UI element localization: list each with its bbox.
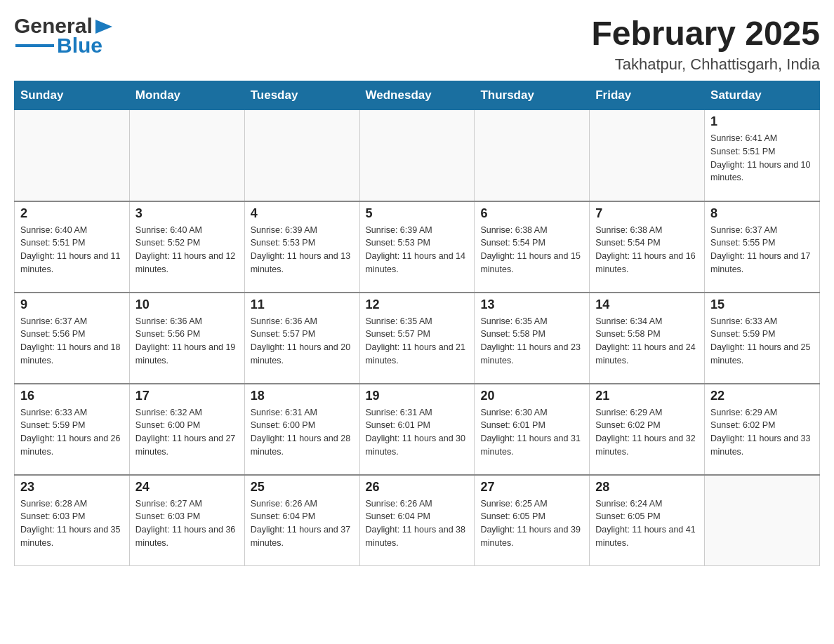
table-row: 21Sunrise: 6:29 AMSunset: 6:02 PMDayligh… [590,384,705,475]
table-row: 18Sunrise: 6:31 AMSunset: 6:00 PMDayligh… [244,384,359,475]
day-number: 10 [135,297,239,312]
table-row: 6Sunrise: 6:38 AMSunset: 5:54 PMDaylight… [475,201,590,293]
day-info: Sunrise: 6:34 AMSunset: 5:58 PMDaylight:… [595,315,699,368]
table-row: 27Sunrise: 6:25 AMSunset: 6:05 PMDayligh… [475,475,590,566]
day-info: Sunrise: 6:40 AMSunset: 5:52 PMDaylight:… [135,224,239,276]
day-number: 12 [366,297,469,312]
day-number: 25 [251,480,354,495]
table-row: 1Sunrise: 6:41 AMSunset: 5:51 PMDaylight… [705,110,820,201]
table-row: 28Sunrise: 6:24 AMSunset: 6:05 PMDayligh… [590,475,705,566]
day-number: 11 [251,297,354,312]
table-row: 14Sunrise: 6:34 AMSunset: 5:58 PMDayligh… [590,293,705,384]
table-row: 26Sunrise: 6:26 AMSunset: 6:04 PMDayligh… [359,475,475,566]
calendar-week-row: 9Sunrise: 6:37 AMSunset: 5:56 PMDaylight… [15,293,820,384]
header-sunday: Sunday [15,81,130,110]
day-info: Sunrise: 6:37 AMSunset: 5:55 PMDaylight:… [710,224,814,276]
table-row: 4Sunrise: 6:39 AMSunset: 5:53 PMDaylight… [244,201,359,293]
page-header: General Blue February 2025 Takhatpur, Ch… [14,14,820,74]
day-info: Sunrise: 6:40 AMSunset: 5:51 PMDaylight:… [20,224,124,276]
day-info: Sunrise: 6:27 AMSunset: 6:03 PMDaylight:… [135,497,239,550]
day-number: 13 [480,297,583,312]
day-info: Sunrise: 6:29 AMSunset: 6:02 PMDaylight:… [595,406,699,459]
header-wednesday: Wednesday [359,81,475,110]
day-number: 7 [595,206,699,221]
table-row: 7Sunrise: 6:38 AMSunset: 5:54 PMDaylight… [590,201,705,293]
day-info: Sunrise: 6:31 AMSunset: 6:00 PMDaylight:… [251,406,354,459]
logo: General Blue [14,14,114,58]
day-number: 28 [595,480,699,495]
day-number: 27 [480,480,583,495]
day-info: Sunrise: 6:37 AMSunset: 5:56 PMDaylight:… [20,315,124,368]
header-friday: Friday [590,81,705,110]
calendar-week-row: 2Sunrise: 6:40 AMSunset: 5:51 PMDaylight… [15,201,820,293]
day-info: Sunrise: 6:31 AMSunset: 6:01 PMDaylight:… [366,406,469,459]
table-row [359,110,475,201]
day-info: Sunrise: 6:39 AMSunset: 5:53 PMDaylight:… [251,224,354,276]
table-row: 20Sunrise: 6:30 AMSunset: 6:01 PMDayligh… [475,384,590,475]
svg-marker-0 [95,20,112,34]
day-info: Sunrise: 6:38 AMSunset: 5:54 PMDaylight:… [595,224,699,276]
day-number: 22 [710,389,814,403]
day-info: Sunrise: 6:36 AMSunset: 5:57 PMDaylight:… [251,315,354,368]
day-number: 20 [480,389,583,403]
calendar-week-row: 1Sunrise: 6:41 AMSunset: 5:51 PMDaylight… [15,110,820,201]
table-row: 17Sunrise: 6:32 AMSunset: 6:00 PMDayligh… [129,384,244,475]
day-number: 4 [251,206,354,221]
day-number: 21 [595,389,699,403]
day-number: 3 [135,206,239,221]
table-row: 11Sunrise: 6:36 AMSunset: 5:57 PMDayligh… [244,293,359,384]
table-row: 8Sunrise: 6:37 AMSunset: 5:55 PMDaylight… [705,201,820,293]
title-area: February 2025 Takhatpur, Chhattisgarh, I… [591,14,820,74]
table-row: 23Sunrise: 6:28 AMSunset: 6:03 PMDayligh… [15,475,130,566]
header-thursday: Thursday [475,81,590,110]
table-row: 19Sunrise: 6:31 AMSunset: 6:01 PMDayligh… [359,384,475,475]
header-monday: Monday [129,81,244,110]
table-row: 22Sunrise: 6:29 AMSunset: 6:02 PMDayligh… [705,384,820,475]
day-number: 9 [20,297,124,312]
day-info: Sunrise: 6:38 AMSunset: 5:54 PMDaylight:… [480,224,583,276]
day-number: 14 [595,297,699,312]
day-number: 6 [480,206,583,221]
table-row: 16Sunrise: 6:33 AMSunset: 5:59 PMDayligh… [15,384,130,475]
calendar-table: Sunday Monday Tuesday Wednesday Thursday… [14,81,820,566]
day-info: Sunrise: 6:39 AMSunset: 5:53 PMDaylight:… [366,224,469,276]
day-number: 19 [366,389,469,403]
day-info: Sunrise: 6:25 AMSunset: 6:05 PMDaylight:… [480,497,583,550]
day-info: Sunrise: 6:29 AMSunset: 6:02 PMDaylight:… [710,406,814,459]
weekday-header-row: Sunday Monday Tuesday Wednesday Thursday… [15,81,820,110]
day-number: 1 [710,114,814,129]
calendar-week-row: 23Sunrise: 6:28 AMSunset: 6:03 PMDayligh… [15,475,820,566]
day-number: 16 [20,389,124,403]
logo-line [15,44,54,47]
table-row [129,110,244,201]
day-info: Sunrise: 6:41 AMSunset: 5:51 PMDaylight:… [710,132,814,185]
table-row [244,110,359,201]
month-title: February 2025 [591,14,820,53]
table-row: 5Sunrise: 6:39 AMSunset: 5:53 PMDaylight… [359,201,475,293]
day-number: 15 [710,297,814,312]
day-info: Sunrise: 6:26 AMSunset: 6:04 PMDaylight:… [251,497,354,550]
day-info: Sunrise: 6:36 AMSunset: 5:56 PMDaylight:… [135,315,239,368]
day-info: Sunrise: 6:30 AMSunset: 6:01 PMDaylight:… [480,406,583,459]
table-row [475,110,590,201]
table-row: 9Sunrise: 6:37 AMSunset: 5:56 PMDaylight… [15,293,130,384]
header-saturday: Saturday [705,81,820,110]
day-info: Sunrise: 6:33 AMSunset: 5:59 PMDaylight:… [20,406,124,459]
day-number: 2 [20,206,124,221]
day-info: Sunrise: 6:26 AMSunset: 6:04 PMDaylight:… [366,497,469,550]
calendar-week-row: 16Sunrise: 6:33 AMSunset: 5:59 PMDayligh… [15,384,820,475]
logo-blue-text: Blue [57,34,102,58]
table-row: 15Sunrise: 6:33 AMSunset: 5:59 PMDayligh… [705,293,820,384]
table-row [15,110,130,201]
day-info: Sunrise: 6:35 AMSunset: 5:58 PMDaylight:… [480,315,583,368]
table-row [705,475,820,566]
location-title: Takhatpur, Chhattisgarh, India [591,55,820,74]
table-row: 24Sunrise: 6:27 AMSunset: 6:03 PMDayligh… [129,475,244,566]
day-number: 23 [20,480,124,495]
day-number: 24 [135,480,239,495]
header-tuesday: Tuesday [244,81,359,110]
table-row: 2Sunrise: 6:40 AMSunset: 5:51 PMDaylight… [15,201,130,293]
day-number: 8 [710,206,814,221]
day-info: Sunrise: 6:33 AMSunset: 5:59 PMDaylight:… [710,315,814,368]
table-row: 25Sunrise: 6:26 AMSunset: 6:04 PMDayligh… [244,475,359,566]
